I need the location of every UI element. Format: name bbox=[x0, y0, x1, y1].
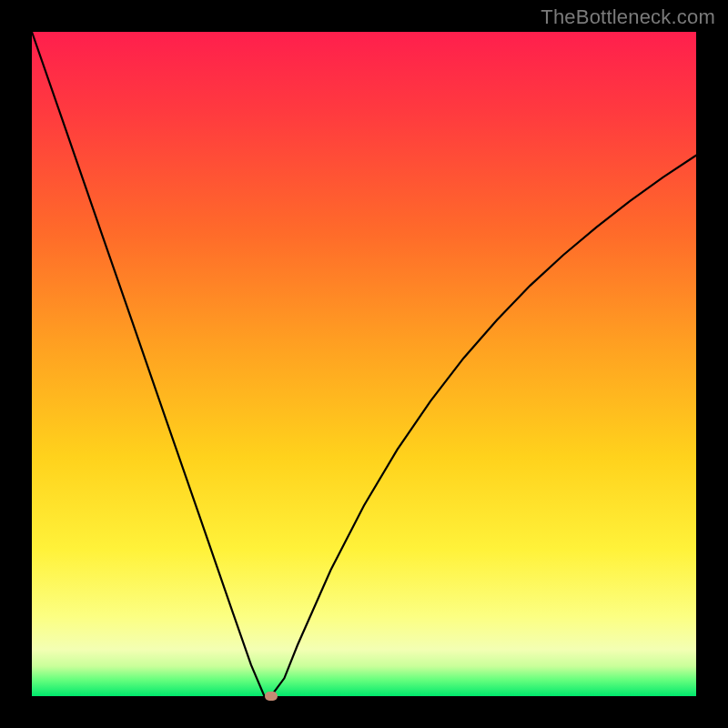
vertex-marker bbox=[265, 692, 278, 701]
watermark-text: TheBottleneck.com bbox=[541, 5, 715, 29]
plot-area bbox=[32, 32, 696, 696]
bottleneck-curve bbox=[32, 32, 696, 696]
chart-frame: TheBottleneck.com bbox=[0, 0, 728, 728]
